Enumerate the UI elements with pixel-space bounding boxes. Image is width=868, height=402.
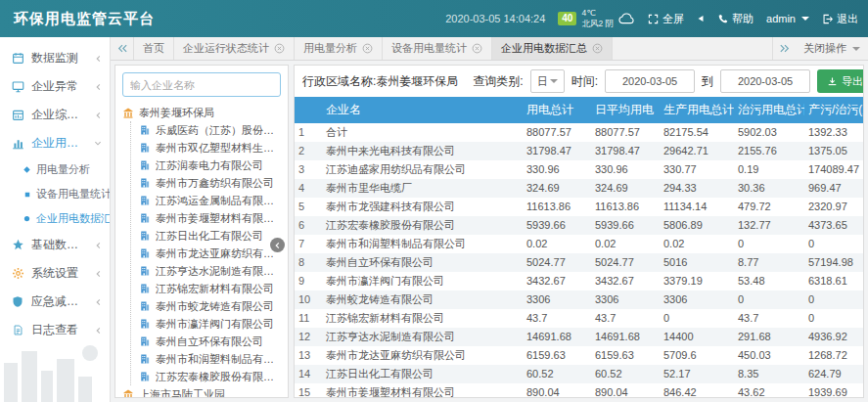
value-cell: 5939.66 bbox=[591, 216, 660, 235]
table-row[interactable]: 2泰州中来光电科技有限公司31798.4731798.4729642.71215… bbox=[295, 142, 863, 160]
table-row[interactable]: 3江苏迪盛家用纺织品有限公司330.96330.96330.770.191740… bbox=[295, 160, 863, 179]
tree-company-node[interactable]: 泰州自立环保有限公司 bbox=[139, 333, 281, 350]
close-operations-label: 关闭操作 bbox=[803, 41, 846, 56]
building-icon bbox=[139, 318, 151, 330]
value-cell: 324.69 bbox=[523, 179, 591, 198]
table-row[interactable]: 9泰州市瀛洋阀门有限公司3432.673432.673379.1953.4863… bbox=[295, 272, 863, 290]
user-menu[interactable]: admin bbox=[766, 13, 809, 24]
sidebar-item-company-abnormal[interactable]: 企业异常 bbox=[0, 72, 110, 101]
sidebar-item-power-analysis[interactable]: 企业用电量分析 bbox=[0, 129, 110, 157]
tree-node-label: 泰州市姜堰塑材料有限公司 bbox=[156, 211, 281, 226]
tabs-scroll-right-button[interactable] bbox=[772, 37, 796, 60]
download-icon bbox=[827, 76, 838, 87]
value-cell: 88077.57 bbox=[591, 123, 660, 142]
table-row[interactable]: 6江苏宏泰橡胶股份有限公司5939.665939.665806.89132.77… bbox=[295, 216, 863, 235]
tree-node-label: 江苏锦宏新材料有限公司 bbox=[156, 282, 274, 296]
value-cell: 82175.54 bbox=[660, 123, 734, 142]
tree-node-label: 泰州市双亿塑型材料生产有限公司 bbox=[156, 141, 281, 156]
chevron-left-icon bbox=[274, 242, 281, 249]
sidebar-subitem-label: 设备用电量统计 bbox=[36, 187, 111, 201]
close-circle-icon[interactable] bbox=[362, 43, 373, 54]
chevron-left-icon bbox=[94, 112, 102, 119]
tab-item[interactable]: 企业运行状态统计 bbox=[174, 37, 295, 60]
tab-item[interactable]: 首页 bbox=[134, 37, 174, 60]
tree-company-node[interactable]: 江苏润泰电力有限公司 bbox=[139, 156, 281, 174]
table-row[interactable]: 11江苏锦宏新材料有限公司43.743.7043.70 bbox=[295, 309, 863, 328]
tree-node-label: 泰州市和润塑料制品有限公司 bbox=[156, 352, 281, 367]
tree-company-node[interactable]: 江苏亨达水泥制造有限公司 bbox=[139, 262, 281, 280]
value-cell: 1268.72 bbox=[804, 346, 863, 365]
sidebar-item-data-monitor[interactable]: 数据监测 bbox=[0, 44, 110, 72]
data-panel: 行政区域名称:泰州姜堰环保局 查询类别: 日 时间: 到 导出 bbox=[294, 65, 864, 398]
table-row[interactable]: 15泰州市姜堰塑材料有限公司890.04890.04846.4243.62193… bbox=[295, 383, 863, 398]
sidebar-item-base-data[interactable]: 基础数据管理 bbox=[0, 231, 110, 259]
value-cell: 846.42 bbox=[660, 383, 734, 398]
tree-company-node[interactable]: 江苏日出化工有限公司 bbox=[139, 227, 281, 245]
row-index-cell: 1 bbox=[295, 123, 322, 142]
tab-item[interactable]: 设备用电量统计 bbox=[383, 37, 492, 60]
tree-company-node[interactable]: 江苏锦宏新材料有限公司 bbox=[139, 280, 281, 297]
tree-company-node[interactable]: 乐威医药（江苏）股份有限公司 bbox=[139, 121, 281, 139]
tabs-scroll-left-button[interactable] bbox=[111, 37, 134, 60]
tree-company-node[interactable]: 江苏宏泰橡胶股份有限公司 bbox=[139, 368, 281, 385]
monitor-icon bbox=[11, 80, 24, 93]
value-cell: 5024.77 bbox=[523, 253, 591, 272]
close-circle-icon[interactable] bbox=[472, 43, 482, 54]
sidebar-subitem[interactable]: 用电量分析 bbox=[0, 157, 110, 182]
tree-company-node[interactable]: 泰州市蛟龙铸造有限公司 bbox=[139, 297, 281, 315]
sidebar-item-emergency[interactable]: 应急减排管理 bbox=[0, 288, 110, 316]
triangle-left-icon[interactable] bbox=[697, 15, 705, 22]
close-operations-button[interactable]: 关闭操作 bbox=[796, 37, 868, 60]
value-cell: 3306 bbox=[660, 290, 734, 309]
table-row[interactable]: 14江苏日出化工有限公司60.5260.5252.178.35624.79 bbox=[295, 365, 863, 383]
fullscreen-button[interactable]: 全屏 bbox=[648, 12, 684, 26]
table-row[interactable]: 1合计88077.5788077.5782175.545902.031392.3… bbox=[295, 123, 863, 142]
tree-company-node[interactable]: 泰州市双亿塑型材料生产有限公司 bbox=[139, 139, 281, 156]
tree-root-node[interactable]: 上海市马陆工业园 bbox=[122, 385, 281, 398]
tree-collapse-button[interactable] bbox=[270, 238, 285, 252]
tree-company-node[interactable]: 泰州市龙达亚麻纺织有限公司 bbox=[139, 245, 281, 262]
table-row[interactable]: 7泰州市和润塑料制品有限公司0.020.020.0200 bbox=[295, 235, 863, 253]
tab-item[interactable]: 用电量分析 bbox=[295, 37, 383, 60]
tree-node-label: 泰州市蛟龙铸造有限公司 bbox=[156, 299, 274, 314]
sidebar-item-logs[interactable]: 日志查看 bbox=[0, 316, 110, 344]
row-index-cell: 10 bbox=[295, 290, 322, 309]
row-index-header bbox=[295, 97, 322, 123]
tree-company-node[interactable]: 泰州市姜堰塑材料有限公司 bbox=[139, 209, 281, 227]
sidebar-item-system-settings[interactable]: 系统设置 bbox=[0, 259, 110, 288]
tree-company-node[interactable]: 泰州市和润塑料制品有限公司 bbox=[139, 350, 281, 368]
table-row[interactable]: 10泰州蛟龙铸造有限公司33063306330600 bbox=[295, 290, 863, 309]
sidebar-subitem[interactable]: 设备用电量统计 bbox=[0, 182, 110, 206]
tab-item[interactable]: 企业用电数据汇总 bbox=[492, 37, 613, 60]
tree-node-label: 江苏日出化工有限公司 bbox=[156, 229, 263, 244]
table-row[interactable]: 13泰州市龙达亚麻纺织有限公司6159.636159.635709.6450.0… bbox=[295, 346, 863, 365]
tree-company-node[interactable]: 江苏鸿运金属制品有限公司 bbox=[139, 192, 281, 209]
date-from-input[interactable] bbox=[605, 69, 695, 93]
company-name-cell: 合计 bbox=[322, 123, 523, 142]
tree-company-node[interactable]: 泰州市万鑫纺织有限公司 bbox=[139, 174, 281, 192]
chart-bar-icon bbox=[11, 137, 24, 150]
value-cell: 969.47 bbox=[804, 179, 863, 198]
close-circle-icon[interactable] bbox=[592, 43, 603, 54]
export-button[interactable]: 导出 bbox=[817, 69, 864, 93]
sidebar-subitem[interactable]: 企业用电数据汇总 bbox=[0, 206, 110, 231]
table-row[interactable]: 4泰州市里华电缆厂324.69324.69294.3330.36969.47 bbox=[295, 179, 863, 198]
tree-node-label: 江苏亨达水泥制造有限公司 bbox=[156, 264, 281, 279]
close-circle-icon[interactable] bbox=[274, 43, 285, 54]
category-select[interactable]: 日 bbox=[530, 69, 565, 93]
tree-root-node[interactable]: 泰州姜堰环保局 bbox=[122, 104, 281, 121]
company-search-input[interactable] bbox=[122, 72, 281, 97]
weather-widget: 40 4℃ 北风2 阴 bbox=[558, 8, 635, 28]
value-cell: 11134.14 bbox=[660, 198, 734, 216]
sidebar-item-company-stats[interactable]: 企业综合统计 bbox=[0, 101, 110, 129]
table-row[interactable]: 12江苏亨达水泥制造有限公司14691.6814691.6814400291.6… bbox=[295, 328, 863, 346]
logout-button[interactable]: 退出 bbox=[822, 12, 858, 26]
date-to-input[interactable] bbox=[720, 69, 810, 93]
value-cell: 8.77 bbox=[734, 253, 804, 272]
help-button[interactable]: 帮助 bbox=[717, 12, 754, 26]
value-cell: 5016 bbox=[660, 253, 734, 272]
company-name-cell: 泰州市瀛洋阀门有限公司 bbox=[322, 272, 523, 290]
table-row[interactable]: 5泰州市龙强建科技有限公司11613.8611613.8611134.14479… bbox=[295, 198, 863, 216]
table-row[interactable]: 8泰州自立环保有限公司5024.775024.7750168.7757194.9… bbox=[295, 253, 863, 272]
tree-company-node[interactable]: 泰州市瀛洋阀门有限公司 bbox=[139, 315, 281, 333]
